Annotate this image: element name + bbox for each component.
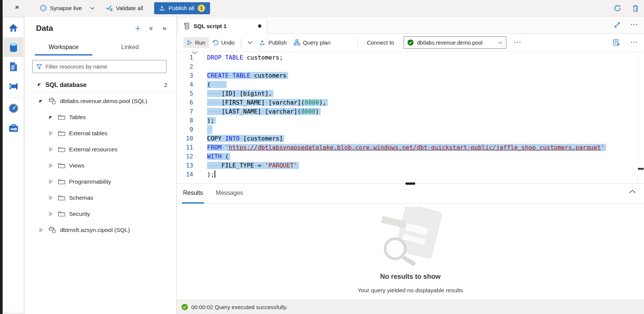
tree-item-label: Programmability xyxy=(69,178,111,185)
query-plan-label: Query plan xyxy=(303,39,330,46)
rail-item-manage[interactable] xyxy=(3,118,23,138)
tree-folder-schemas[interactable]: Schemas xyxy=(25,190,176,206)
twistie-expanded-icon[interactable] xyxy=(39,99,43,103)
editor-overview-ruler[interactable] xyxy=(638,52,644,183)
expand-editor-icon[interactable] xyxy=(614,22,620,28)
publish-all-button[interactable]: Publish all 1 xyxy=(154,2,210,14)
rail-item-integrate[interactable] xyxy=(3,76,23,96)
twistie-collapsed-icon[interactable] xyxy=(48,196,53,200)
line-number: 2 xyxy=(177,62,193,71)
undo-button[interactable]: Undo xyxy=(209,37,238,48)
editor-more-actions-icon[interactable]: ··· xyxy=(630,41,638,44)
tab-more-actions-icon[interactable]: ··· xyxy=(630,24,638,26)
code-line-11[interactable]: 11FROM·'https://dbtlabsynapsedatalake.bl… xyxy=(177,143,638,152)
tree-pool-item[interactable]: dbtmsft.azsyn.cipool (SQL) xyxy=(25,222,176,238)
tree-pool-item[interactable]: dbtlabs.revenue.demo.pool (SQL) xyxy=(25,93,176,109)
code-line-13[interactable]: 13····FILE_TYPE·=·'PARQUET' xyxy=(177,161,638,170)
mode-label: Synapse live xyxy=(50,5,82,11)
mode-switcher[interactable]: Synapse live xyxy=(40,4,95,12)
connect-to-label: Connect to xyxy=(367,39,394,46)
mouse-hand-cursor xyxy=(192,52,198,54)
data-explorer-panel: Data + » « Workspace Linked SQL database… xyxy=(25,16,177,314)
document-tabstrip: SQL script 1 ··· xyxy=(177,16,644,34)
connect-more-actions-icon[interactable]: ··· xyxy=(514,41,522,44)
collapse-panel-icon[interactable]: « xyxy=(162,24,166,32)
query-plan-button[interactable]: Query plan xyxy=(290,37,334,48)
tab-workspace[interactable]: Workspace xyxy=(35,40,92,55)
tree-item-label: Schemas xyxy=(69,194,93,201)
selection-highlight: ····[FIRST_NAME]·[varchar](8000), xyxy=(207,99,326,106)
resource-tree: SQL database2dbtlabs.revenue.demo.pool (… xyxy=(25,77,176,238)
code-line-1[interactable]: 1DROP TABLE customers; xyxy=(177,53,638,62)
line-number: 10 xyxy=(177,134,193,143)
pool-select-dropdown[interactable]: dbtlabs.revenue.demo.pool xyxy=(404,36,506,49)
code-line-7[interactable]: 7····[LAST_NAME]·[varchar](8000) xyxy=(177,107,638,116)
twistie-collapsed-icon[interactable] xyxy=(48,179,53,184)
code-line-4[interactable]: 4( xyxy=(177,80,638,89)
code-line-5[interactable]: 5····[ID]·[bigint], xyxy=(177,89,638,98)
trash-icon[interactable] xyxy=(632,5,639,12)
folder-icon xyxy=(58,130,65,136)
selection-highlight: ····[ID]·[bigint], xyxy=(207,90,272,97)
run-button[interactable]: Run xyxy=(183,37,209,48)
properties-icon[interactable] xyxy=(613,39,620,46)
rail-item-develop[interactable] xyxy=(3,57,23,76)
twistie-collapsed-icon[interactable] xyxy=(48,163,53,168)
tab-sql-script-1[interactable]: SQL script 1 xyxy=(178,18,267,34)
line-number: 12 xyxy=(177,152,193,161)
selection-highlight xyxy=(207,125,212,134)
tree-item-label: External resources xyxy=(69,146,117,153)
twistie-collapsed-icon[interactable] xyxy=(48,131,53,136)
publish-button[interactable]: Publish xyxy=(256,37,290,48)
tree-folder-programmability[interactable]: Programmability xyxy=(25,173,176,190)
code-line-3[interactable]: 3CREATE·TABLE·customers xyxy=(177,71,638,80)
tree-item-label: SQL database xyxy=(45,81,87,88)
tree-folder-tables[interactable]: Tables xyxy=(25,109,176,125)
tree-folder-security[interactable]: Security xyxy=(25,206,176,222)
tree-folder-views[interactable]: Views xyxy=(25,157,176,173)
undo-label: Undo xyxy=(221,39,235,46)
tree-root-sql-database[interactable]: SQL database2 xyxy=(25,77,176,93)
code-line-12[interactable]: 12WITH·( xyxy=(177,152,638,161)
success-check-icon xyxy=(182,304,188,310)
no-results-subtitle: Your query yielded no displayable result… xyxy=(357,287,463,294)
no-results-title: No results to show xyxy=(380,273,440,281)
main-area: SQL script 1 ··· Run Undo xyxy=(177,16,644,314)
tab-messages[interactable]: Messages xyxy=(215,184,244,203)
query-plan-icon xyxy=(294,39,300,46)
code-line-2[interactable]: 2 xyxy=(177,62,638,71)
topbar-right-icons xyxy=(614,0,639,16)
code-line-8[interactable]: 8); xyxy=(177,116,638,125)
expand-rail-icon[interactable]: » xyxy=(15,3,18,11)
tree-folder-external-tables[interactable]: External tables xyxy=(25,125,176,141)
manage-icon xyxy=(9,123,18,132)
rail-item-data[interactable] xyxy=(3,37,23,57)
tab-linked[interactable]: Linked xyxy=(101,40,159,55)
code-line-10[interactable]: 10COPY·INTO·[customers] xyxy=(177,134,638,143)
code-line-9[interactable]: 9 xyxy=(177,125,638,134)
twistie-collapsed-icon[interactable] xyxy=(39,228,43,232)
twistie-collapsed-icon[interactable] xyxy=(48,147,53,152)
rail-item-monitor[interactable] xyxy=(3,99,23,118)
twistie-expanded-icon[interactable] xyxy=(48,115,53,119)
run-options-dropdown-icon[interactable] xyxy=(244,39,256,46)
code-line-14[interactable]: 14); xyxy=(177,170,638,179)
line-number: 5 xyxy=(177,89,193,98)
sql-code-editor[interactable]: 1DROP TABLE customers;23CREATE·TABLE·cus… xyxy=(177,52,644,183)
code-line-6[interactable]: 6····[FIRST_NAME]·[varchar](8000), xyxy=(177,98,638,107)
add-resource-icon[interactable]: + xyxy=(135,23,141,33)
database-count: 2 xyxy=(164,82,167,88)
tab-results[interactable]: Results xyxy=(182,184,204,203)
expand-all-icon[interactable]: » xyxy=(147,27,156,30)
twistie-collapsed-icon[interactable] xyxy=(48,212,53,216)
folder-icon xyxy=(58,114,65,120)
rail-item-home[interactable] xyxy=(3,18,23,37)
pool-icon xyxy=(48,97,56,105)
validate-all-button[interactable]: Validate all xyxy=(106,5,143,11)
tree-folder-external-resources[interactable]: External resources xyxy=(25,141,176,157)
collapse-results-icon[interactable] xyxy=(629,190,636,193)
filter-resources-input[interactable] xyxy=(45,63,162,70)
twistie-expanded-icon[interactable] xyxy=(37,83,42,87)
line-number: 9 xyxy=(177,125,193,134)
refresh-icon[interactable] xyxy=(614,4,621,12)
